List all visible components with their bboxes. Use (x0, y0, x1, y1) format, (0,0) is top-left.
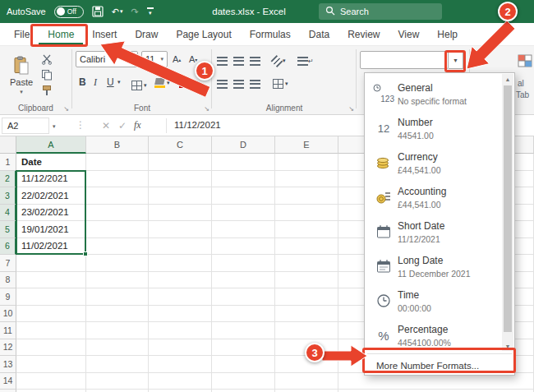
cell-C10[interactable] (149, 306, 212, 323)
format-painter-icon[interactable] (41, 83, 59, 97)
scrollbar-thumb[interactable] (504, 85, 512, 332)
cell-C12[interactable] (149, 339, 212, 357)
row-header-12[interactable]: 12 (0, 339, 16, 357)
cell-D7[interactable] (212, 255, 275, 272)
cell-C2[interactable] (149, 171, 212, 188)
undo-icon[interactable]: ↶▾ (112, 7, 123, 17)
row-header-3[interactable]: 3 (0, 187, 16, 205)
cell-A14[interactable] (16, 373, 86, 390)
cell-B12[interactable] (86, 339, 149, 357)
tab-page-layout[interactable]: Page Layout (167, 23, 240, 45)
cell-C3[interactable] (149, 187, 212, 205)
cell-D2[interactable] (212, 171, 275, 188)
search-box[interactable]: Search (319, 3, 442, 20)
cell-E6[interactable] (275, 238, 338, 256)
select-all-corner[interactable] (0, 136, 16, 154)
cut-icon[interactable] (41, 52, 59, 66)
row-header-2[interactable]: 2 (0, 171, 16, 188)
cell-B13[interactable] (86, 356, 149, 373)
cell-A10[interactable] (16, 306, 86, 323)
cell-A4[interactable]: 23/02/2021 (16, 205, 86, 222)
cell-E8[interactable] (275, 272, 338, 289)
font-color-icon[interactable]: A ▾ (179, 74, 195, 90)
cell-A5[interactable]: 19/01/2021 (16, 221, 86, 238)
cell-B9[interactable] (86, 288, 149, 306)
cell-D3[interactable] (212, 187, 275, 205)
tab-insert[interactable]: Insert (83, 23, 126, 45)
cell-E4[interactable] (275, 205, 338, 222)
column-header-E[interactable]: E (275, 136, 338, 154)
row-header-8[interactable]: 8 (0, 272, 16, 289)
autosave-toggle[interactable]: Off (54, 6, 84, 18)
cell-C7[interactable] (149, 255, 212, 272)
name-box[interactable]: A2 (2, 118, 49, 134)
row-header-4[interactable]: 4 (0, 205, 16, 222)
cell-C6[interactable] (149, 238, 212, 256)
tab-help[interactable]: Help (428, 23, 467, 45)
cell-E2[interactable] (275, 171, 338, 188)
menu-item-general[interactable]: 123 GeneralNo specific format (365, 76, 502, 111)
cell-A2[interactable]: 11/12/2021 (16, 171, 86, 188)
borders-icon[interactable]: ▾ (131, 77, 147, 94)
menu-item-short-date[interactable]: Short Date11/12/2021 (365, 214, 502, 249)
cell-C1[interactable] (149, 154, 212, 171)
cell-A12[interactable] (16, 339, 86, 357)
font-size-select[interactable]: 11▾ (141, 51, 168, 67)
cell-E5[interactable] (275, 221, 338, 238)
cell-A1[interactable]: Date (16, 154, 86, 171)
cell-D4[interactable] (212, 205, 275, 222)
alignment-dialog-launcher[interactable]: ↘ (348, 105, 354, 113)
cell-C9[interactable] (149, 288, 212, 306)
cell-E7[interactable] (275, 255, 338, 272)
tab-review[interactable]: Review (338, 23, 389, 45)
orientation-icon[interactable]: ▾ (273, 53, 286, 69)
font-dialog-launcher[interactable]: ↘ (204, 105, 209, 113)
cell-D10[interactable] (212, 306, 275, 323)
cell-C11[interactable] (149, 322, 212, 339)
scroll-down-icon[interactable]: ▼ (502, 341, 513, 351)
row-header-14[interactable]: 14 (0, 373, 16, 390)
tab-file[interactable]: File (5, 23, 39, 45)
number-format-box[interactable] (360, 51, 449, 69)
cell-C13[interactable] (149, 356, 212, 373)
menu-item-currency[interactable]: Currency£44,541.00 (365, 145, 502, 180)
cell-B4[interactable] (86, 205, 149, 222)
menu-scrollbar[interactable]: ▲ ▼ (502, 74, 513, 351)
cell-E14[interactable] (275, 373, 338, 390)
align-left-icon[interactable] (217, 76, 228, 92)
cell-B3[interactable] (86, 187, 149, 205)
align-bottom-icon[interactable] (250, 53, 260, 69)
tab-home[interactable]: Home (39, 23, 83, 45)
menu-item-number[interactable]: 12 Number44541.00 (365, 111, 502, 145)
cell-D5[interactable] (212, 221, 275, 238)
cell-B5[interactable] (86, 221, 149, 238)
column-header-C[interactable]: C (149, 136, 212, 154)
menu-item-time[interactable]: Time00:00:00 (365, 284, 502, 318)
row-header-10[interactable]: 10 (0, 306, 16, 323)
cell-B2[interactable] (86, 171, 149, 188)
font-name-select[interactable]: Calibri▾ (76, 51, 138, 67)
tab-data[interactable]: Data (300, 23, 338, 45)
cell-B6[interactable] (86, 238, 149, 256)
paste-button[interactable]: Paste ▾ (5, 50, 38, 101)
cell-B1[interactable] (86, 154, 149, 171)
merge-center-icon[interactable]: ▾ (273, 76, 288, 92)
cell-D8[interactable] (212, 272, 275, 289)
cell-A7[interactable] (16, 255, 86, 272)
cell-B11[interactable] (86, 322, 149, 339)
cell-D14[interactable] (212, 373, 275, 390)
conditional-formatting-icon[interactable] (518, 53, 532, 69)
tab-draw[interactable]: Draw (126, 23, 167, 45)
menu-item-percentage[interactable]: % Percentage4454100.00% (365, 318, 502, 353)
align-top-icon[interactable] (217, 53, 228, 69)
cell-D12[interactable] (212, 339, 275, 357)
bold-button[interactable]: B (79, 74, 86, 90)
column-header-D[interactable]: D (212, 136, 275, 154)
formula-value[interactable]: 11/12/2021 (174, 120, 221, 130)
tab-view[interactable]: View (389, 23, 429, 45)
cell-B10[interactable] (86, 306, 149, 323)
cell-D9[interactable] (212, 288, 275, 306)
row-header-9[interactable]: 9 (0, 288, 16, 306)
clipboard-dialog-launcher[interactable]: ↘ (63, 105, 69, 113)
row-header-6[interactable]: 6 (0, 238, 16, 256)
